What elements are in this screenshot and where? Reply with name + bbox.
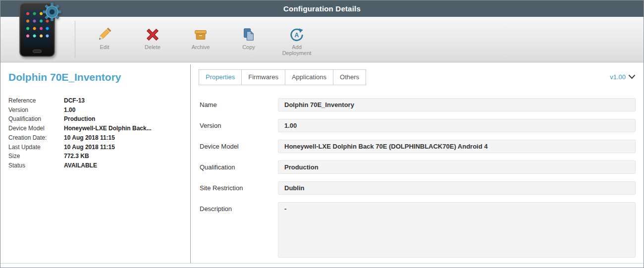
summary-value: Production xyxy=(64,114,95,124)
pencil-icon xyxy=(97,27,112,43)
summary-row-version: Version 1.00 xyxy=(8,106,183,115)
details-panel: Properties Firmwares Applications Others… xyxy=(191,62,644,264)
description-field: - xyxy=(278,202,636,258)
field-label: Description xyxy=(200,202,278,258)
summary-row-device-model: Device Model Honeywell-LXE Dolphin Back.… xyxy=(8,124,183,133)
summary-panel: Dolphin 70E_Inventory Reference DCF-13 V… xyxy=(0,62,190,264)
add-deployment-icon: A xyxy=(289,27,305,43)
toolbar-divider xyxy=(75,21,75,58)
summary-label: Device Model xyxy=(8,124,64,133)
svg-text:A: A xyxy=(295,32,299,39)
summary-row-last-update: Last Update 10 Aug 2018 11:15 xyxy=(8,143,183,152)
archive-button[interactable]: Archive xyxy=(181,27,220,50)
summary-row-size: Size 772.3 KB xyxy=(8,152,183,161)
gear-icon xyxy=(42,2,62,22)
summary-label: Last Update xyxy=(8,143,64,152)
configuration-details-window: Configuration Details Edit xyxy=(0,0,644,268)
form-row-device-model: Device Model Honeywell-LXE Dolphin Back … xyxy=(200,140,636,153)
summary-value: 10 Aug 2018 11:15 xyxy=(64,143,115,152)
delete-button[interactable]: Delete xyxy=(133,27,172,50)
field-label: Qualification xyxy=(200,161,278,174)
summary-value: 1.00 xyxy=(64,106,75,115)
field-label: Version xyxy=(200,119,278,132)
form-row-description: Description - xyxy=(200,202,636,258)
field-label: Site Restriction xyxy=(200,181,278,195)
summary-label: Reference xyxy=(8,96,64,106)
summary-row-status: Status AVAILABLE xyxy=(8,161,183,170)
tab-applications[interactable]: Applications xyxy=(285,69,333,85)
form-row-qualification: Qualification Production xyxy=(200,161,636,174)
archive-box-icon xyxy=(193,27,209,43)
site-restriction-field: Dublin xyxy=(278,181,636,195)
window-titlebar: Configuration Details xyxy=(0,0,644,17)
copy-button[interactable]: Copy xyxy=(229,27,268,50)
tab-others[interactable]: Others xyxy=(333,69,366,85)
name-field: Dolphin 70E_Inventory xyxy=(278,98,636,111)
summary-row-qualification: Qualification Production xyxy=(8,114,183,124)
summary-label: Status xyxy=(8,161,64,170)
form-row-site-restriction: Site Restriction Dublin xyxy=(200,181,636,195)
form-row-version: Version 1.00 xyxy=(200,119,636,132)
toolbar: Edit Delete Archive xyxy=(0,17,644,62)
window-title: Configuration Details xyxy=(283,4,361,13)
device-image xyxy=(19,2,55,57)
properties-form: Name Dolphin 70E_Inventory Version 1.00 … xyxy=(199,98,636,258)
form-row-name: Name Dolphin 70E_Inventory xyxy=(200,98,636,111)
page-title: Dolphin 70E_Inventory xyxy=(8,71,183,83)
edit-button-label: Edit xyxy=(100,44,109,50)
device-model-field: Honeywell-LXE Dolphin Back 70E (DOLPHINB… xyxy=(278,140,636,153)
add-deployment-button[interactable]: A Add Deployment xyxy=(277,27,317,56)
edit-button[interactable]: Edit xyxy=(85,27,124,50)
version-selector[interactable]: v1.00 xyxy=(610,72,636,81)
summary-label: Version xyxy=(8,106,64,115)
status-badge: AVAILABLE xyxy=(64,161,97,170)
chevron-down-icon xyxy=(628,72,636,81)
summary-value: DCF-13 xyxy=(64,96,85,106)
tab-firmwares[interactable]: Firmwares xyxy=(241,69,285,85)
tab-properties[interactable]: Properties xyxy=(199,69,242,85)
archive-button-label: Archive xyxy=(192,44,210,50)
version-field: 1.00 xyxy=(278,119,636,132)
copy-pages-icon xyxy=(241,27,257,43)
field-label: Name xyxy=(200,98,278,111)
field-label: Device Model xyxy=(200,140,278,153)
summary-row-reference: Reference DCF-13 xyxy=(8,96,183,106)
summary-label: Qualification xyxy=(8,114,64,124)
summary-row-creation-date: Creation Date: 10 Aug 2018 11:15 xyxy=(8,133,183,143)
version-selector-value: v1.00 xyxy=(610,73,626,81)
tab-bar: Properties Firmwares Applications Others xyxy=(199,69,366,85)
window-footer xyxy=(0,263,644,268)
summary-value: 10 Aug 2018 11:15 xyxy=(64,133,115,143)
qualification-field: Production xyxy=(278,161,636,174)
delete-button-label: Delete xyxy=(145,44,161,50)
copy-button-label: Copy xyxy=(242,44,255,50)
summary-label: Size xyxy=(8,152,64,161)
summary-value: Honeywell-LXE Dolphin Back... xyxy=(64,124,152,133)
summary-value: 772.3 KB xyxy=(64,152,89,161)
phone-home-button xyxy=(33,50,42,53)
add-deployment-button-label: Add Deployment xyxy=(277,44,317,56)
summary-label: Creation Date: xyxy=(8,133,64,143)
delete-x-icon xyxy=(145,27,161,43)
